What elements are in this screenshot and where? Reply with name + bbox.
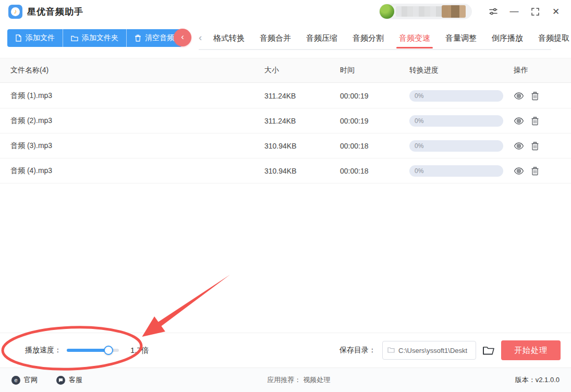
collapse-panel-button[interactable]: ‹	[174, 29, 191, 46]
app-logo-icon: ♪	[8, 5, 22, 19]
trash-icon	[135, 34, 141, 42]
app-title: 星优音频助手	[27, 6, 83, 18]
close-button[interactable]: ✕	[549, 5, 563, 18]
speed-value: 1.7倍	[130, 346, 149, 356]
music-note-icon: ♪	[14, 8, 17, 15]
browse-folder-icon[interactable]	[482, 345, 495, 356]
add-file-button[interactable]: 添加文件	[7, 29, 63, 47]
save-directory-group: 保存目录： C:\Users\yssoft1\Deskt 开始处理	[339, 340, 561, 360]
file-name: 音频 (3).mp3	[0, 141, 264, 151]
file-name: 音频 (1).mp3	[0, 91, 264, 101]
progress-bar: 0%	[409, 165, 503, 177]
file-actions-group: 添加文件 添加文件夹 清空音频	[7, 29, 182, 47]
save-path-input[interactable]: C:\Users\yssoft1\Deskt	[382, 341, 476, 360]
folder-small-icon	[387, 346, 395, 355]
header-progress: 转换进度	[409, 66, 514, 75]
header-size: 大小	[264, 66, 340, 75]
speed-slider-fill	[67, 349, 108, 352]
table-row: 音频 (1).mp3 311.24KB 00:00:19 0%	[0, 83, 571, 108]
tab-3[interactable]: 音频压缩	[306, 33, 337, 43]
delete-trash-icon[interactable]	[531, 141, 539, 151]
tabs-scroll-left-icon[interactable]: ‹	[199, 31, 202, 44]
recommend-video-link[interactable]: 视频处理	[303, 375, 330, 385]
customer-service-link[interactable]: 客服	[56, 375, 82, 385]
add-folder-button[interactable]: 添加文件夹	[63, 29, 127, 47]
avatar	[380, 4, 394, 19]
speed-label: 播放速度：	[25, 346, 62, 355]
file-size: 310.94KB	[264, 142, 340, 150]
folder-icon	[71, 35, 78, 42]
header-file-name: 文件名称(4)	[0, 66, 264, 75]
table-row: 音频 (3).mp3 310.94KB 00:00:18 0%	[0, 133, 571, 158]
feature-tabs: 格式转换音频合并音频压缩音频分割音频变速音量调整倒序播放音频提取	[213, 29, 569, 47]
delete-trash-icon[interactable]	[531, 166, 539, 176]
blurred-account-badge	[442, 5, 466, 18]
save-directory-label: 保存目录：	[339, 346, 376, 355]
minimize-button[interactable]: —	[507, 5, 521, 18]
delete-trash-icon[interactable]	[531, 91, 539, 101]
file-duration: 00:00:18	[340, 142, 409, 150]
titlebar: ♪ 星优音频助手 — ✕	[0, 0, 571, 23]
recommend-label: 应用推荐：	[267, 375, 301, 385]
tabs-underline	[199, 49, 551, 50]
settings-icon[interactable]	[487, 5, 500, 18]
save-path-text: C:\Users\yssoft1\Deskt	[398, 347, 467, 354]
file-size: 311.24KB	[264, 117, 340, 125]
bottom-controls: 播放速度： 1.7倍 保存目录： C:\Users\yssoft1\Deskt	[0, 333, 571, 368]
official-site-link[interactable]: e 官网	[11, 375, 38, 385]
header-operations: 操作	[514, 66, 561, 75]
user-account-pill[interactable]	[379, 4, 472, 19]
file-duration: 00:00:18	[340, 167, 409, 175]
file-name: 音频 (4).mp3	[0, 166, 264, 176]
titlebar-controls: — ✕	[379, 4, 563, 19]
progress-bar: 0%	[409, 90, 503, 102]
speed-slider-handle[interactable]	[104, 346, 113, 355]
file-size: 310.94KB	[264, 167, 340, 175]
file-list: 音频 (1).mp3 311.24KB 00:00:19 0%	[0, 83, 571, 183]
preview-eye-icon[interactable]	[514, 142, 524, 150]
playback-speed-group: 播放速度： 1.7倍	[25, 346, 149, 356]
speed-slider[interactable]	[67, 349, 119, 352]
table-header: 文件名称(4) 大小 时间 转换进度 操作	[0, 58, 571, 83]
tabs-scroll-right-icon[interactable]: ›	[553, 31, 556, 44]
file-size: 311.24KB	[264, 92, 340, 100]
footer-links: e 官网 客服	[11, 375, 82, 385]
delete-trash-icon[interactable]	[531, 116, 539, 126]
support-chat-icon	[56, 376, 65, 385]
app-identity: ♪ 星优音频助手	[8, 5, 83, 19]
tab-1[interactable]: 格式转换	[213, 33, 245, 43]
version-text: 版本：v2.1.0.0	[515, 375, 560, 385]
preview-eye-icon[interactable]	[514, 92, 524, 100]
preview-eye-icon[interactable]	[514, 167, 524, 175]
blurred-username	[396, 6, 448, 17]
footer: e 官网 客服 应用推荐： 视频处理 版本：v2.1.0.0	[0, 368, 571, 392]
annotation-arrow	[142, 275, 230, 337]
file-duration: 00:00:19	[340, 92, 409, 100]
globe-e-icon: e	[11, 376, 20, 385]
progress-bar: 0%	[409, 115, 503, 127]
progress-bar: 0%	[409, 140, 503, 152]
tab-4[interactable]: 音频分割	[353, 33, 384, 43]
table-row: 音频 (2).mp3 311.24KB 00:00:19 0%	[0, 108, 571, 133]
app-recommendation: 应用推荐： 视频处理	[267, 375, 330, 385]
table-row: 音频 (4).mp3 310.94KB 00:00:18 0%	[0, 158, 571, 183]
file-name: 音频 (2).mp3	[0, 116, 264, 126]
tab-6[interactable]: 音量调整	[445, 33, 477, 43]
preview-eye-icon[interactable]	[514, 117, 524, 125]
tab-5[interactable]: 音频变速	[399, 33, 430, 43]
start-processing-button[interactable]: 开始处理	[501, 340, 561, 360]
file-icon	[15, 34, 22, 42]
header-time: 时间	[340, 66, 409, 75]
maximize-button[interactable]	[528, 5, 542, 18]
tab-2[interactable]: 音频合并	[260, 33, 291, 43]
tab-7[interactable]: 倒序播放	[492, 33, 523, 43]
file-duration: 00:00:19	[340, 117, 409, 125]
app-window: ♪ 星优音频助手 — ✕	[0, 0, 571, 392]
